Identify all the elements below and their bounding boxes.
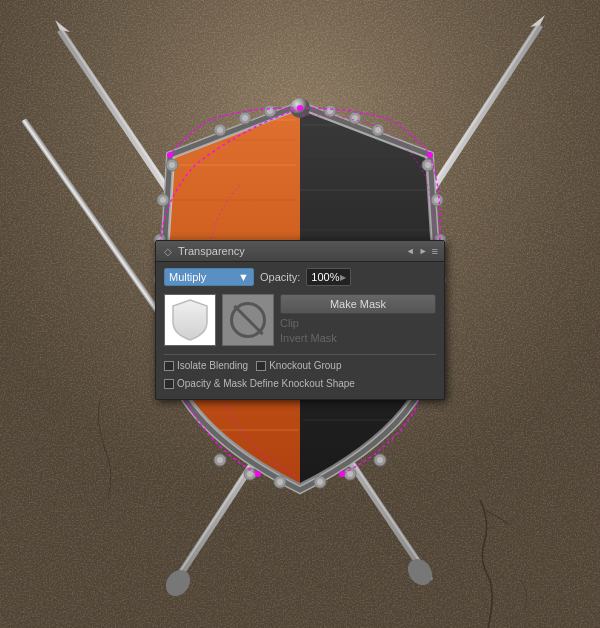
- svg-point-37: [296, 104, 304, 112]
- svg-point-81: [255, 471, 261, 477]
- opacity-mask-row: Opacity & Mask Define Knockout Shape: [164, 378, 436, 393]
- invert-mask-option[interactable]: Invert Mask: [280, 332, 436, 344]
- isolate-blending-text: Isolate Blending: [177, 360, 248, 371]
- thumbnail-no-mask[interactable]: [222, 294, 274, 346]
- svg-point-38: [214, 124, 226, 136]
- svg-point-45: [327, 108, 333, 114]
- svg-point-11: [403, 554, 437, 590]
- svg-point-70: [274, 476, 286, 488]
- knockout-group-label[interactable]: Knockout Group: [256, 360, 341, 371]
- svg-point-79: [297, 105, 303, 111]
- clip-option[interactable]: Clip: [280, 317, 436, 329]
- svg-point-61: [160, 197, 166, 203]
- opacity-mask-checkbox[interactable]: [164, 379, 174, 389]
- svg-point-74: [344, 468, 356, 480]
- panel-body: Multiply ▼ Opacity: 100% ▶: [156, 262, 444, 399]
- svg-point-60: [157, 194, 169, 206]
- isolate-blending-checkbox[interactable]: [164, 361, 174, 371]
- svg-point-47: [352, 115, 358, 121]
- svg-point-40: [239, 112, 251, 124]
- mask-buttons-group: Make Mask Clip Invert Mask: [280, 294, 436, 344]
- svg-point-58: [166, 159, 178, 171]
- svg-point-83: [427, 152, 433, 158]
- opacity-label: Opacity:: [260, 271, 300, 283]
- svg-point-44: [324, 105, 336, 117]
- blend-mode-arrow: ▼: [238, 271, 249, 283]
- opacity-input[interactable]: 100% ▶: [306, 268, 351, 286]
- opacity-stepper[interactable]: ▶: [340, 273, 346, 282]
- svg-point-76: [374, 454, 386, 466]
- no-mask-circle: [230, 302, 266, 338]
- make-mask-button[interactable]: Make Mask: [280, 294, 436, 314]
- svg-point-69: [247, 471, 253, 477]
- clip-label: Clip: [280, 317, 299, 329]
- svg-point-51: [425, 162, 431, 168]
- knockout-group-checkbox[interactable]: [256, 361, 266, 371]
- blend-mode-select[interactable]: Multiply ▼: [164, 268, 254, 286]
- transparency-panel: ◇ Transparency ◄ ► ≡ Multiply ▼ Opacity:…: [155, 240, 445, 400]
- svg-point-41: [242, 115, 248, 121]
- svg-point-71: [277, 479, 283, 485]
- knockout-group-text: Knockout Group: [269, 360, 341, 371]
- svg-point-85: [339, 471, 345, 477]
- invert-mask-label: Invert Mask: [280, 332, 337, 344]
- opacity-mask-text: Opacity & Mask Define Knockout Shape: [177, 378, 355, 389]
- panel-title: Transparency: [178, 245, 245, 257]
- svg-point-48: [372, 124, 384, 136]
- blend-opacity-row: Multiply ▼ Opacity: 100% ▶: [164, 268, 436, 286]
- svg-point-50: [422, 159, 434, 171]
- svg-point-42: [264, 105, 276, 117]
- svg-point-77: [377, 457, 383, 463]
- svg-point-46: [349, 112, 361, 124]
- blend-mode-value: Multiply: [169, 271, 206, 283]
- collapse-right-arrow[interactable]: ►: [419, 246, 428, 256]
- svg-point-73: [317, 479, 323, 485]
- svg-point-72: [314, 476, 326, 488]
- svg-point-59: [169, 162, 175, 168]
- transparency-icon: ◇: [162, 245, 174, 257]
- svg-point-68: [244, 468, 256, 480]
- svg-marker-14: [530, 15, 545, 27]
- svg-point-80: [167, 152, 173, 158]
- no-mask-line: [233, 305, 263, 335]
- panel-menu-icon[interactable]: ≡: [432, 245, 438, 257]
- options-row-1: Isolate Blending Knockout Group: [164, 354, 436, 374]
- svg-point-78: [290, 98, 310, 118]
- panel-title-left: ◇ Transparency: [162, 245, 245, 257]
- svg-point-75: [347, 471, 353, 477]
- panel-titlebar[interactable]: ◇ Transparency ◄ ► ≡: [156, 241, 444, 262]
- svg-point-49: [375, 127, 381, 133]
- opacity-value: 100%: [311, 271, 339, 283]
- svg-marker-9: [55, 20, 70, 32]
- svg-point-67: [217, 457, 223, 463]
- thumbnail-shield-icon: [171, 298, 209, 342]
- thumb-buttons-row: Make Mask Clip Invert Mask: [164, 294, 436, 346]
- svg-point-43: [267, 108, 273, 114]
- svg-point-66: [214, 454, 226, 466]
- svg-point-52: [431, 194, 443, 206]
- thumbnail-layer[interactable]: [164, 294, 216, 346]
- isolate-blending-label[interactable]: Isolate Blending: [164, 360, 248, 371]
- svg-point-39: [217, 127, 223, 133]
- svg-point-53: [434, 197, 440, 203]
- panel-title-controls: ◄ ► ≡: [406, 245, 438, 257]
- svg-point-36: [293, 101, 307, 115]
- collapse-left-arrow[interactable]: ◄: [406, 246, 415, 256]
- svg-point-16: [161, 565, 195, 601]
- opacity-mask-label[interactable]: Opacity & Mask Define Knockout Shape: [164, 378, 355, 389]
